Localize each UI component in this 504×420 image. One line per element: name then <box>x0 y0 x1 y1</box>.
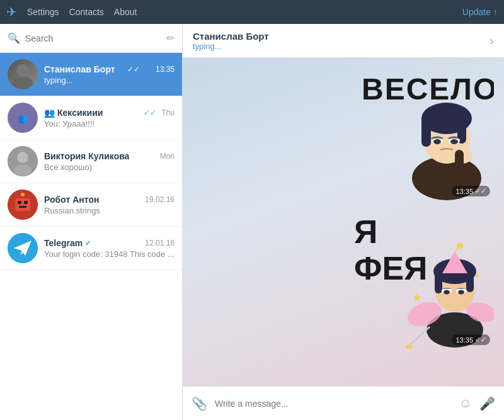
svg-point-6 <box>14 164 32 176</box>
message-input[interactable] <box>215 399 452 409</box>
chat-preview-robot: Russian.strings <box>44 206 175 215</box>
chat-time-robot: 19.02.16 <box>145 195 175 204</box>
chat-info-robot: Робот Антон 19.02.16 Russian.strings <box>44 195 175 215</box>
svg-rect-11 <box>19 206 26 208</box>
avatar-keksiki: 👥 <box>8 103 38 133</box>
svg-point-24 <box>450 139 458 144</box>
main-container: 🔍 ✏ Станислав Борт ✓✓ 13:35 <box>0 24 504 420</box>
chat-item-robot[interactable]: Робот Антон 19.02.16 Russian.strings <box>0 183 182 227</box>
chat-item-viktoriya[interactable]: Виктория Куликова Mon Все хорошо) <box>0 140 182 183</box>
verified-icon-telegram: ✔ <box>85 239 91 247</box>
svg-rect-36 <box>435 268 442 293</box>
sticker2-character-svg: Я ФЕЯ <box>349 210 494 349</box>
mic-icon[interactable]: 🎤 <box>479 396 495 411</box>
sticker-veselo: ВЕСЕЛО <box>355 68 494 200</box>
chat-name-keksiki: Кексикиии <box>57 108 103 118</box>
search-input[interactable] <box>25 33 161 43</box>
chat-time-telegram: 12.01.16 <box>145 239 175 247</box>
group-icon-keksiki: 👥 <box>44 108 55 118</box>
svg-point-1 <box>13 77 33 89</box>
avatar-stanislav <box>8 59 38 89</box>
sticker-feya: Я ФЕЯ <box>349 210 494 349</box>
menu-settings[interactable]: Settings <box>27 7 59 17</box>
chat-name-viktoriya: Виктория Куликова <box>44 151 129 161</box>
chat-time-viktoriya: Mon <box>160 152 175 161</box>
chat-name-robot: Робот Антон <box>44 195 99 205</box>
svg-point-0 <box>16 64 29 77</box>
chat-header: Станислав Борт typing... › <box>183 24 504 58</box>
app-logo: ✈ <box>6 4 17 20</box>
sticker2-time-badge: 13:35 ✓✓ <box>452 334 490 345</box>
chat-name-stanislav: Станислав Борт <box>44 64 115 74</box>
chat-time-keksiki: Thu <box>161 108 175 117</box>
menu-bar: ✈ Settings Contacts About Update ↑ <box>0 0 504 24</box>
emoji-icon[interactable]: ☺ <box>459 396 472 411</box>
svg-text:ВЕСЕЛО: ВЕСЕЛО <box>362 72 494 106</box>
chat-area: Станислав Борт typing... › ВЕСЕЛО <box>183 24 504 420</box>
chat-preview-keksiki: You: Урааа!!!! <box>44 119 175 128</box>
svg-rect-10 <box>24 201 28 204</box>
avatar-telegram <box>8 233 38 263</box>
chat-list: Станислав Борт ✓✓ 13:35 typing... 👥 <box>0 53 182 420</box>
check-marks-stanislav: ✓✓ <box>127 65 140 74</box>
check-marks-keksiki: ✓✓ <box>144 108 156 117</box>
chat-header-name: Станислав Борт <box>193 31 269 42</box>
messages-area: ВЕСЕЛО <box>183 58 504 386</box>
menu-about[interactable]: About <box>114 7 137 17</box>
chat-item-telegram[interactable]: Telegram ✔ 12.01.16 Your login code: 319… <box>0 227 182 270</box>
svg-rect-9 <box>18 201 21 204</box>
avatar-viktoriya <box>8 146 38 176</box>
chat-preview-stanislav: typing... <box>44 76 175 85</box>
chat-info-keksiki: 👥 Кексикиии ✓✓ Thu You: Урааа!!!! <box>44 108 175 128</box>
chat-header-info: Станислав Борт typing... <box>193 31 269 51</box>
svg-point-44 <box>458 290 464 295</box>
svg-text:ФЕЯ: ФЕЯ <box>354 250 427 287</box>
svg-point-13 <box>21 193 25 196</box>
chat-info-telegram: Telegram ✔ 12.01.16 Your login code: 319… <box>44 238 175 259</box>
chat-time-stanislav: 13:35 <box>156 65 175 74</box>
svg-text:Я: Я <box>354 213 377 250</box>
chat-info-viktoriya: Виктория Куликова Mon Все хорошо) <box>44 151 175 172</box>
update-label: Update <box>462 7 491 17</box>
menu-contacts[interactable]: Contacts <box>69 7 104 17</box>
sticker1-time: 13:35 <box>455 188 473 195</box>
chat-name-telegram: Telegram <box>44 238 83 248</box>
svg-line-32 <box>409 327 430 346</box>
avatar-robot <box>8 190 38 220</box>
svg-rect-37 <box>466 268 474 292</box>
sticker2-check: ✓✓ <box>475 336 486 344</box>
update-button[interactable]: Update ↑ <box>462 7 498 17</box>
input-bar: 📎 ☺ 🎤 <box>183 386 504 420</box>
svg-rect-8 <box>15 198 30 211</box>
chat-info-stanislav: Станислав Борт ✓✓ 13:35 typing... <box>44 64 175 85</box>
chat-header-expand-icon[interactable]: › <box>490 33 494 48</box>
svg-text:✦: ✦ <box>474 270 481 280</box>
search-bar: 🔍 ✏ <box>0 24 182 53</box>
sticker2-time: 13:35 <box>455 336 473 344</box>
svg-rect-26 <box>455 150 464 169</box>
chat-preview-viktoriya: Все хорошо) <box>44 162 175 172</box>
attachment-icon[interactable]: 📎 <box>192 396 207 411</box>
svg-point-5 <box>17 152 28 163</box>
menu-bar-left: ✈ Settings Contacts About <box>6 4 137 20</box>
chat-header-status: typing... <box>193 42 269 51</box>
chat-item-stanislav[interactable]: Станислав Борт ✓✓ 13:35 typing... <box>0 53 182 96</box>
svg-rect-19 <box>421 115 431 147</box>
svg-text:★: ★ <box>412 292 422 304</box>
chat-preview-telegram: Your login code: 31948 This code ... <box>44 249 175 259</box>
svg-point-22 <box>433 139 441 144</box>
svg-point-40 <box>457 242 463 249</box>
sticker1-time-badge: 13:35 ✓✓ <box>452 186 490 196</box>
compose-icon[interactable]: ✏ <box>166 32 175 44</box>
svg-point-42 <box>444 290 450 295</box>
search-icon: 🔍 <box>8 32 20 44</box>
menu-bar-right: Update ↑ <box>462 7 498 17</box>
update-icon: ↑ <box>493 7 498 17</box>
sidebar: 🔍 ✏ Станислав Борт ✓✓ 13:35 <box>0 24 183 420</box>
sticker1-check: ✓✓ <box>475 187 486 195</box>
sticker1-character-svg: ВЕСЕЛО <box>355 68 494 200</box>
chat-item-keksiki[interactable]: 👥 👥 Кексикиии ✓✓ Thu You: Ура <box>0 96 182 140</box>
svg-point-33 <box>406 344 412 349</box>
svg-text:👥: 👥 <box>18 113 29 124</box>
